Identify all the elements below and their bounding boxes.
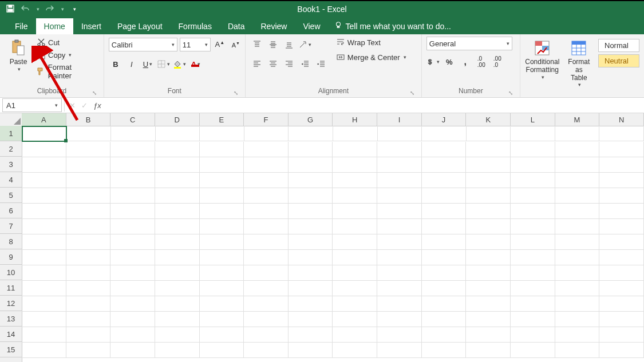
decrease-indent-button[interactable] [298,57,312,71]
tab-data[interactable]: Data [220,18,253,34]
row-header[interactable]: 8 [0,234,22,249]
cell[interactable] [200,204,244,219]
cell[interactable] [66,265,111,281]
number-launcher-icon[interactable]: ⤡ [508,90,513,96]
cell[interactable] [289,296,333,312]
cell[interactable] [555,234,600,250]
cell[interactable] [22,204,66,219]
cell[interactable] [422,157,467,173]
column-header[interactable]: J [422,113,467,126]
cell[interactable] [333,343,377,358]
cell[interactable] [289,281,333,296]
row-header[interactable]: 4 [0,172,22,188]
cell[interactable] [511,173,555,188]
cell[interactable] [244,296,289,312]
font-size-combo[interactable]: 11 ▾ [180,38,211,51]
cell[interactable] [555,204,600,219]
cell[interactable] [599,157,644,173]
font-color-button[interactable]: A ▾ [189,57,203,71]
cell[interactable] [599,265,644,281]
cell[interactable] [422,296,467,312]
save-icon[interactable] [6,4,15,15]
cell[interactable] [599,250,644,265]
column-header[interactable]: C [110,113,155,126]
cell[interactable] [244,204,289,219]
cell[interactable] [200,188,244,204]
cell[interactable] [466,204,511,219]
cell[interactable] [289,204,333,219]
cell[interactable] [333,327,377,343]
format-as-table-button[interactable]: Format as Table ▾ [563,37,595,90]
cell[interactable] [422,250,467,265]
cell[interactable] [22,188,66,204]
row-header[interactable]: 14 [0,327,22,342]
row-header[interactable]: 7 [0,218,22,234]
cell[interactable] [377,281,422,296]
cell[interactable] [555,219,600,234]
column-header[interactable]: L [511,113,555,126]
cell[interactable] [377,234,422,250]
qat-customize-dropdown[interactable]: ▾ [73,6,76,12]
cell[interactable] [377,219,422,234]
cell[interactable] [599,142,644,157]
cell[interactable] [289,173,333,188]
cell[interactable] [289,343,333,358]
cell[interactable] [599,126,644,141]
row-header[interactable]: 10 [0,265,22,280]
insert-function-button[interactable]: ƒx [93,101,101,110]
borders-button[interactable]: ▾ [157,57,171,71]
cell[interactable] [422,142,467,157]
cell[interactable] [155,234,200,250]
cell[interactable] [200,234,244,250]
bold-button[interactable]: B [109,57,123,71]
cell[interactable] [333,142,377,157]
cell[interactable] [333,281,377,296]
cell[interactable] [466,327,511,343]
cell[interactable] [110,219,155,234]
cell[interactable] [244,219,289,234]
decrease-font-size-button[interactable]: A▼ [229,38,243,51]
cell[interactable] [511,126,555,141]
cell[interactable] [466,188,511,204]
column-header[interactable]: F [244,113,289,126]
tab-file[interactable]: File [7,18,36,34]
underline-button[interactable]: U▾ [141,57,155,71]
cell[interactable] [555,343,600,358]
copy-button[interactable]: Copy ▾ [34,49,99,61]
cell[interactable] [555,296,600,312]
cell[interactable] [377,343,422,358]
cell[interactable] [599,327,644,343]
cell[interactable] [22,296,66,312]
cell[interactable] [333,188,377,204]
cell[interactable] [511,219,555,234]
cell[interactable] [200,219,244,234]
cell[interactable] [289,126,333,141]
cell[interactable] [156,126,200,141]
cell[interactable] [555,142,600,157]
redo-icon[interactable] [45,4,54,15]
cell[interactable] [289,188,333,204]
comma-format-button[interactable]: , [459,55,472,69]
cell[interactable] [422,312,467,327]
row-header[interactable]: 5 [0,188,22,203]
cell[interactable] [110,265,155,281]
cell[interactable] [155,157,200,173]
fill-color-button[interactable]: ▾ [173,57,187,71]
cell[interactable] [333,250,377,265]
cell[interactable] [378,126,422,141]
tab-home[interactable]: Home [36,18,73,34]
cell[interactable] [244,327,289,343]
cell[interactable] [511,204,555,219]
cell[interactable] [466,234,511,250]
cell[interactable] [244,173,289,188]
cell[interactable] [333,204,377,219]
cell[interactable] [511,312,555,327]
cell[interactable] [466,142,511,157]
row-header[interactable]: 15 [0,342,22,357]
decrease-decimal-button[interactable]: .00.0 [491,55,504,69]
select-all-corner[interactable] [0,113,22,126]
cell[interactable] [200,142,244,157]
cell[interactable] [377,173,422,188]
cell[interactable] [66,281,111,296]
cell[interactable] [466,219,511,234]
